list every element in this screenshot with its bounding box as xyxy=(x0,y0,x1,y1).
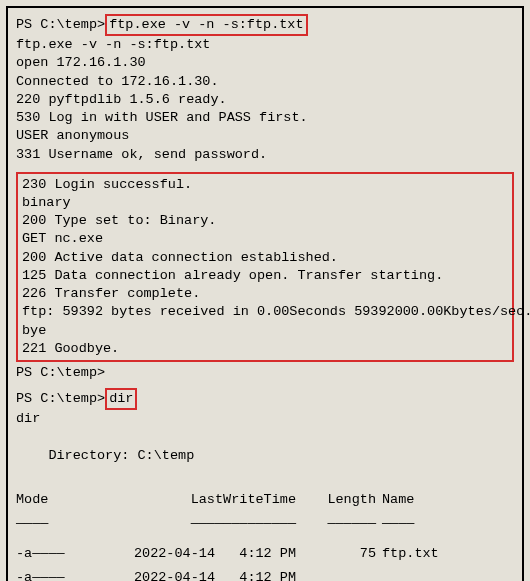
cell-len-wrap: 59392 nc.exe xyxy=(296,569,376,581)
output-line: 226 Transfer complete. xyxy=(22,285,508,303)
output-line: open 172.16.1.30 xyxy=(16,54,514,72)
output-line: 125 Data connection already open. Transf… xyxy=(22,267,508,285)
cell-len: 75 xyxy=(296,545,376,563)
output-line: bye xyxy=(22,322,508,340)
table-row: -a———— 2022-04-14 4:12 PM 59392 nc.exe xyxy=(16,569,514,581)
col-underline: ———— xyxy=(376,515,414,533)
ps-prompt: PS C:\temp> xyxy=(16,390,105,408)
col-underline: —————— xyxy=(296,515,376,533)
ps-prompt: PS C:\temp> xyxy=(16,16,105,34)
dir-listing: Mode LastWriteTime Length Name ———— ————… xyxy=(16,491,514,581)
output-line: 200 Type set to: Binary. xyxy=(22,212,508,230)
output-line: Connected to 172.16.1.30. xyxy=(16,73,514,91)
cell-lwt: 2022-04-14 4:12 PM xyxy=(116,545,296,563)
prompt-line-2: PS C:\temp> dir xyxy=(16,388,514,410)
output-line: ftp: 59392 bytes received in 0.00Seconds… xyxy=(22,303,508,321)
output-line: binary xyxy=(22,194,508,212)
dir-header: Directory: C:\temp xyxy=(16,447,514,465)
cell-name: ftp.txt xyxy=(376,545,439,563)
output-line: 200 Active data connection established. xyxy=(22,249,508,267)
output-line: GET nc.exe xyxy=(22,230,508,248)
output-line: 331 Username ok, send password. xyxy=(16,146,514,164)
output-line: 530 Log in with USER and PASS first. xyxy=(16,109,514,127)
ps-prompt-empty: PS C:\temp> xyxy=(16,364,514,382)
output-line: 221 Goodbye. xyxy=(22,340,508,358)
cmd-ftp: ftp.exe -v -n -s:ftp.txt xyxy=(105,14,307,36)
output-line: 220 pyftpdlib 1.5.6 ready. xyxy=(16,91,514,109)
output-line: 230 Login successful. xyxy=(22,176,508,194)
prompt-line-1: PS C:\temp> ftp.exe -v -n -s:ftp.txt xyxy=(16,14,514,36)
col-len-header: Length xyxy=(296,491,376,509)
table-header-row: Mode LastWriteTime Length Name xyxy=(16,491,514,509)
col-lwt-header: LastWriteTime xyxy=(116,491,296,509)
col-mode-header: Mode xyxy=(16,491,116,509)
col-underline: ———— xyxy=(16,515,116,533)
col-name-header: Name xyxy=(376,491,414,509)
dir-echo: dir xyxy=(16,410,514,428)
table-underline-row: ———— ————————————— —————— ———— xyxy=(16,515,514,533)
terminal-window: PS C:\temp> ftp.exe -v -n -s:ftp.txt ftp… xyxy=(6,6,524,581)
ftp-pre-output: open 172.16.1.30 Connected to 172.16.1.3… xyxy=(16,54,514,163)
cell-mode: -a———— xyxy=(16,545,116,563)
table-row: -a———— 2022-04-14 4:12 PM 75 ftp.txt xyxy=(16,545,514,563)
cell-lwt: 2022-04-14 4:12 PM xyxy=(116,569,296,581)
output-line: USER anonymous xyxy=(16,127,514,145)
cell-mode: -a———— xyxy=(16,569,116,581)
ftp-echo: ftp.exe -v -n -s:ftp.txt xyxy=(16,36,514,54)
cmd-dir: dir xyxy=(105,388,137,410)
col-underline: ————————————— xyxy=(116,515,296,533)
ftp-transfer-block: 230 Login successful. binary 200 Type se… xyxy=(16,172,514,362)
